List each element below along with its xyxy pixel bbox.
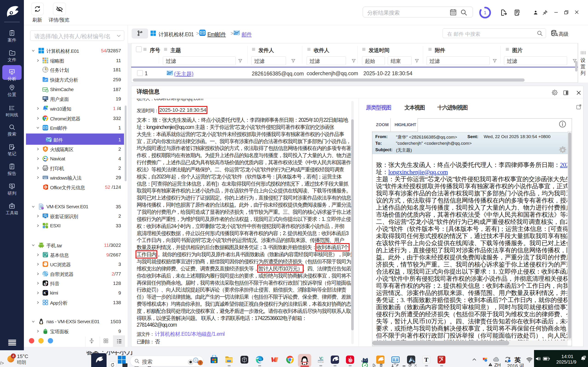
svg-text:?: ? xyxy=(42,207,43,209)
svg-text:4: 4 xyxy=(12,354,14,358)
svg-text:1: 1 xyxy=(484,10,486,15)
svg-text:T: T xyxy=(424,357,428,363)
svg-text:C: C xyxy=(321,356,323,361)
svg-text:K: K xyxy=(44,291,46,295)
svg-text:1: 1 xyxy=(46,106,48,108)
svg-text:VeraCrypt: VeraCrypt xyxy=(318,361,324,363)
